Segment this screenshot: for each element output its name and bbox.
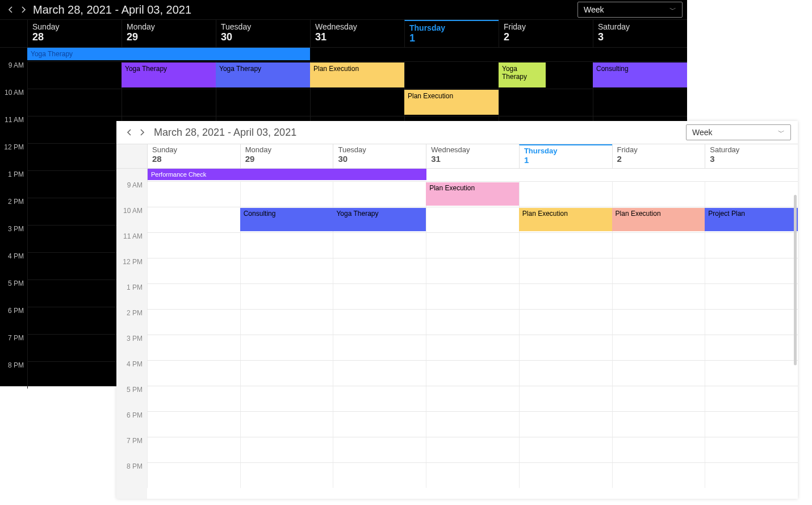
time-slot[interactable] [426,310,519,335]
time-slot[interactable] [612,310,705,335]
time-slot[interactable] [426,335,519,360]
time-slot[interactable] [519,386,612,411]
time-slot[interactable] [240,437,333,462]
time-slot[interactable] [27,335,122,361]
day-header[interactable]: Saturday3 [705,144,798,168]
time-slot[interactable] [426,437,519,462]
scrollbar[interactable] [794,195,797,365]
time-slot[interactable] [426,463,519,488]
time-slot[interactable] [122,89,216,116]
time-slot[interactable] [426,412,519,437]
day-header[interactable]: Saturday3 [593,20,687,47]
day-header[interactable]: Tuesday30 [333,144,426,168]
calendar-event[interactable]: Consulting [240,208,333,231]
time-slot[interactable] [519,284,612,309]
calendar-event[interactable]: Plan Execution [310,62,404,87]
calendar-event[interactable]: Consulting [593,62,687,87]
calendar-event[interactable]: Yoga Therapy [122,62,216,87]
time-slot[interactable] [27,89,122,116]
all-day-event[interactable]: Performance Check [148,169,426,180]
time-slot[interactable] [147,284,240,309]
time-slot[interactable] [147,258,240,283]
view-dropdown[interactable]: Week ﹀ [577,2,683,18]
time-slot[interactable] [499,89,593,116]
time-slot[interactable] [404,62,499,89]
time-slot[interactable] [612,233,705,258]
time-slot[interactable] [333,412,426,437]
time-slot[interactable] [426,258,519,283]
time-slot[interactable] [333,284,426,309]
time-slot[interactable] [705,335,798,360]
time-slot[interactable] [612,182,705,207]
time-slot[interactable] [240,233,333,258]
time-slot[interactable] [426,233,519,258]
next-button[interactable] [136,126,148,139]
prev-button[interactable] [123,126,136,139]
time-slot[interactable] [612,463,705,488]
time-slot[interactable] [27,253,122,279]
time-slot[interactable] [519,437,612,462]
time-slot[interactable] [705,463,798,488]
next-button[interactable] [17,3,30,16]
time-slot[interactable] [519,361,612,386]
time-slot[interactable] [27,198,122,225]
time-slot[interactable] [333,361,426,386]
time-slot[interactable] [519,258,612,283]
time-slot[interactable] [705,284,798,309]
time-slot[interactable] [333,182,426,207]
time-slot[interactable] [240,335,333,360]
day-header[interactable]: Wednesday31 [426,144,519,168]
calendar-event[interactable]: Plan Execution [426,182,519,206]
time-slot[interactable] [147,207,240,232]
time-slot[interactable] [147,182,240,207]
day-header[interactable]: Thursday1 [404,20,499,47]
time-slot[interactable] [240,361,333,386]
time-slot[interactable] [240,463,333,488]
day-header[interactable]: Wednesday31 [310,20,404,47]
all-day-event[interactable]: Yoga Therapy [27,48,310,60]
time-slot[interactable] [240,284,333,309]
time-slot[interactable] [612,361,705,386]
time-slot[interactable] [705,437,798,462]
time-slot[interactable] [612,335,705,360]
time-slot[interactable] [705,386,798,411]
time-slot[interactable] [147,463,240,488]
prev-button[interactable] [5,3,17,16]
time-slot[interactable] [27,280,122,307]
time-slot[interactable] [147,361,240,386]
time-slot[interactable] [147,233,240,258]
all-day-lane[interactable]: Yoga Therapy [27,48,687,61]
day-header[interactable]: Tuesday30 [216,20,310,47]
time-slot[interactable] [612,258,705,283]
time-slot[interactable] [27,116,122,143]
calendar-event[interactable]: Plan Execution [404,90,499,115]
time-slot[interactable] [240,182,333,207]
calendar-event[interactable]: Yoga Therapy [216,62,310,87]
calendar-event[interactable]: Plan Execution [612,208,705,231]
time-slot[interactable] [612,284,705,309]
time-slot[interactable] [333,233,426,258]
time-slot[interactable] [705,233,798,258]
day-header[interactable]: Friday2 [499,20,593,47]
time-slot[interactable] [240,258,333,283]
time-slot[interactable] [333,463,426,488]
time-slot[interactable] [147,437,240,462]
time-slot[interactable] [519,182,612,207]
day-header[interactable]: Thursday1 [519,144,612,168]
time-slot[interactable] [612,437,705,462]
time-slot[interactable] [426,361,519,386]
time-slot[interactable] [519,412,612,437]
calendar-event[interactable]: Yoga Therapy [499,62,546,87]
calendar-event[interactable]: Project Plan [705,208,798,231]
time-slot[interactable] [519,335,612,360]
time-slot[interactable] [426,386,519,411]
time-slot[interactable] [705,412,798,437]
time-slot[interactable] [27,171,122,198]
time-slot[interactable] [519,310,612,335]
time-slot[interactable] [612,412,705,437]
time-slot[interactable] [147,412,240,437]
time-slot[interactable] [147,335,240,360]
time-slot[interactable] [705,258,798,283]
time-slot[interactable] [147,386,240,411]
time-slot[interactable] [27,226,122,252]
